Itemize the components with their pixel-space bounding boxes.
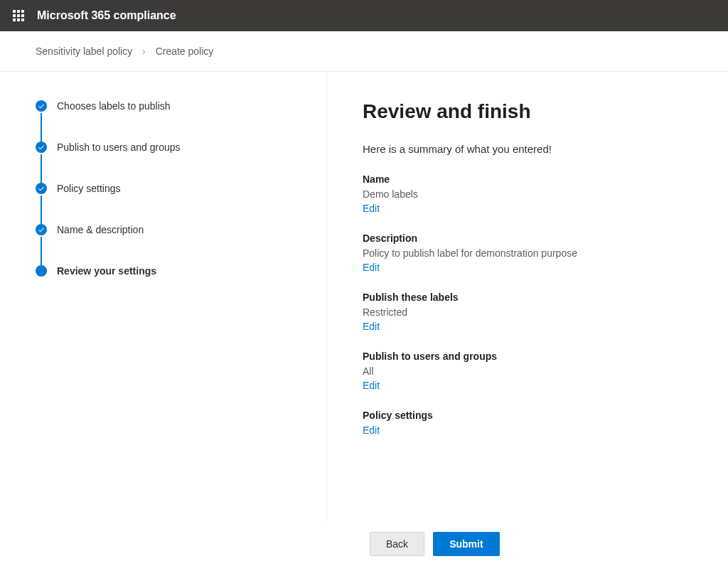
svg-rect-1 (17, 10, 20, 13)
section-value: Policy to publish label for demonstratio… (363, 247, 692, 259)
svg-rect-8 (21, 18, 24, 21)
current-step-icon (36, 265, 47, 277)
step-label: Chooses labels to publish (57, 100, 171, 112)
edit-link-name[interactable]: Edit (363, 203, 380, 214)
edit-link-publish-users-groups[interactable]: Edit (363, 380, 380, 391)
step-label: Publish to users and groups (57, 142, 181, 153)
wizard-steps: Chooses labels to publish Publish to use… (0, 72, 327, 522)
summary-intro: Here is a summary of what you entered! (363, 143, 692, 155)
edit-link-policy-settings[interactable]: Edit (363, 425, 380, 436)
step-name-description[interactable]: Name & description (36, 224, 298, 265)
section-policy-settings: Policy settings Edit (363, 410, 692, 436)
check-icon (36, 100, 47, 112)
svg-rect-6 (13, 18, 16, 21)
svg-rect-0 (13, 10, 16, 13)
edit-link-publish-labels[interactable]: Edit (363, 321, 380, 332)
topbar: Microsoft 365 compliance (0, 0, 728, 31)
svg-rect-4 (17, 14, 20, 17)
app-launcher-icon[interactable] (7, 4, 30, 27)
breadcrumb-current: Create policy (156, 46, 214, 57)
svg-rect-5 (21, 14, 24, 17)
check-icon (36, 142, 47, 153)
check-icon (36, 183, 47, 194)
section-publish-labels: Publish these labels Restricted Edit (363, 292, 692, 332)
section-label: Policy settings (363, 410, 692, 421)
section-description: Description Policy to publish label for … (363, 233, 692, 273)
step-label: Policy settings (57, 183, 120, 194)
section-label: Publish these labels (363, 292, 692, 303)
svg-rect-2 (21, 10, 24, 13)
section-label: Publish to users and groups (363, 351, 692, 362)
edit-link-description[interactable]: Edit (363, 262, 380, 273)
step-publish-users-groups[interactable]: Publish to users and groups (36, 142, 298, 183)
svg-rect-3 (13, 14, 16, 17)
back-button[interactable]: Back (370, 532, 424, 556)
breadcrumb-parent[interactable]: Sensitivity label policy (36, 46, 132, 57)
check-icon (36, 224, 47, 235)
section-name: Name Demo labels Edit (363, 174, 692, 214)
main-content: Review and finish Here is a summary of w… (327, 72, 728, 522)
step-chooses-labels[interactable]: Chooses labels to publish (36, 100, 298, 142)
step-review-settings[interactable]: Review your settings (36, 265, 298, 277)
submit-button[interactable]: Submit (433, 532, 499, 556)
section-label: Name (363, 174, 692, 185)
section-value: All (363, 365, 692, 377)
section-value: Restricted (363, 306, 692, 318)
footer: Back Submit (0, 522, 728, 566)
step-label: Review your settings (57, 265, 156, 277)
app-title: Microsoft 365 compliance (37, 9, 176, 22)
svg-rect-7 (17, 18, 20, 21)
breadcrumb: Sensitivity label policy › Create policy (0, 31, 728, 72)
section-label: Description (363, 233, 692, 244)
section-publish-users-groups: Publish to users and groups All Edit (363, 351, 692, 391)
page-title: Review and finish (363, 100, 692, 123)
step-policy-settings[interactable]: Policy settings (36, 183, 298, 224)
section-value: Demo labels (363, 188, 692, 200)
chevron-right-icon: › (142, 46, 146, 57)
step-label: Name & description (57, 224, 144, 235)
